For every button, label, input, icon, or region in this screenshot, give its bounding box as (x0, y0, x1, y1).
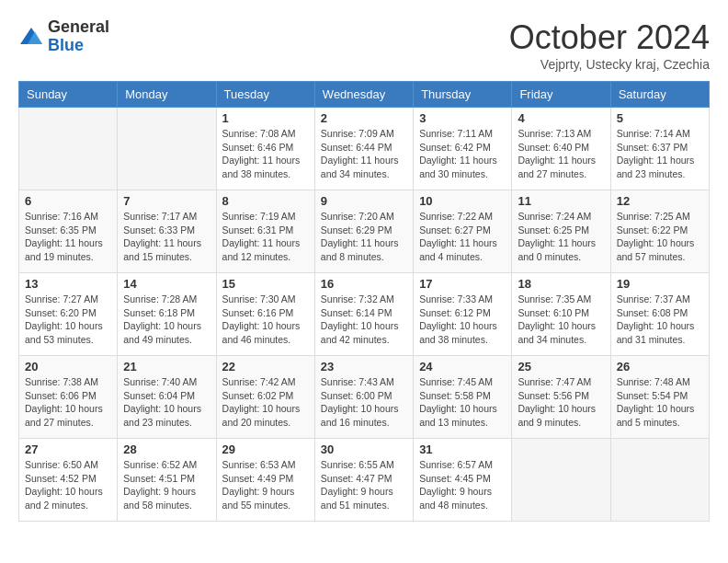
calendar-cell: 22Sunrise: 7:42 AMSunset: 6:02 PMDayligh… (216, 356, 314, 439)
calendar-cell: 16Sunrise: 7:32 AMSunset: 6:14 PMDayligh… (314, 273, 413, 356)
calendar-cell: 2Sunrise: 7:09 AMSunset: 6:44 PMDaylight… (314, 108, 413, 190)
calendar-cell (118, 108, 216, 190)
month-title: October 2024 (509, 18, 710, 57)
calendar-cell: 25Sunrise: 7:47 AMSunset: 5:56 PMDayligh… (512, 356, 610, 439)
day-number: 26 (617, 360, 703, 373)
day-info: Sunrise: 7:22 AMSunset: 6:27 PMDaylight:… (419, 210, 506, 264)
calendar-cell: 4Sunrise: 7:13 AMSunset: 6:40 PMDaylight… (512, 108, 610, 190)
day-number: 9 (321, 194, 407, 208)
calendar-cell: 24Sunrise: 7:45 AMSunset: 5:58 PMDayligh… (414, 356, 512, 439)
calendar-header: SundayMondayTuesdayWednesdayThursdayFrid… (19, 82, 710, 108)
calendar-cell: 27Sunrise: 6:50 AMSunset: 4:52 PMDayligh… (19, 439, 118, 522)
day-info: Sunrise: 7:20 AMSunset: 6:29 PMDaylight:… (321, 210, 407, 264)
day-number: 1 (222, 111, 309, 125)
calendar-table: SundayMondayTuesdayWednesdayThursdayFrid… (18, 81, 710, 522)
day-info: Sunrise: 6:52 AMSunset: 4:51 PMDaylight:… (123, 458, 210, 512)
day-info: Sunrise: 7:45 AMSunset: 5:58 PMDaylight:… (419, 375, 506, 430)
day-info: Sunrise: 6:57 AMSunset: 4:45 PMDaylight:… (419, 458, 506, 512)
calendar-cell: 29Sunrise: 6:53 AMSunset: 4:49 PMDayligh… (216, 439, 314, 522)
calendar-cell: 10Sunrise: 7:22 AMSunset: 6:27 PMDayligh… (414, 190, 512, 273)
weekday-header-sunday: Sunday (19, 82, 118, 108)
calendar-cell: 26Sunrise: 7:48 AMSunset: 5:54 PMDayligh… (610, 356, 709, 439)
calendar-cell: 31Sunrise: 6:57 AMSunset: 4:45 PMDayligh… (414, 439, 512, 522)
calendar-cell: 18Sunrise: 7:35 AMSunset: 6:10 PMDayligh… (512, 273, 610, 356)
day-info: Sunrise: 7:35 AMSunset: 6:10 PMDaylight:… (518, 293, 604, 347)
day-info: Sunrise: 7:42 AMSunset: 6:02 PMDaylight:… (222, 375, 309, 430)
calendar-cell: 21Sunrise: 7:40 AMSunset: 6:04 PMDayligh… (118, 356, 216, 439)
day-info: Sunrise: 7:40 AMSunset: 6:04 PMDaylight:… (123, 375, 210, 430)
day-info: Sunrise: 7:48 AMSunset: 5:54 PMDaylight:… (617, 375, 703, 430)
weekday-header-saturday: Saturday (610, 82, 709, 108)
day-info: Sunrise: 7:14 AMSunset: 6:37 PMDaylight:… (617, 127, 703, 181)
weekday-header-tuesday: Tuesday (216, 82, 314, 108)
day-info: Sunrise: 7:09 AMSunset: 6:44 PMDaylight:… (321, 127, 407, 181)
day-info: Sunrise: 7:27 AMSunset: 6:20 PMDaylight:… (25, 293, 111, 347)
day-number: 3 (419, 111, 506, 125)
day-number: 31 (419, 442, 506, 456)
calendar-cell: 7Sunrise: 7:17 AMSunset: 6:33 PMDaylight… (118, 190, 216, 273)
calendar-cell: 20Sunrise: 7:38 AMSunset: 6:06 PMDayligh… (19, 356, 118, 439)
day-number: 8 (222, 194, 309, 208)
calendar-week-row: 13Sunrise: 7:27 AMSunset: 6:20 PMDayligh… (19, 273, 710, 356)
weekday-header-wednesday: Wednesday (314, 82, 413, 108)
logo-general-text: General (48, 18, 109, 37)
day-number: 15 (222, 277, 309, 291)
day-number: 30 (321, 442, 407, 456)
calendar-body: 1Sunrise: 7:08 AMSunset: 6:46 PMDaylight… (19, 108, 710, 522)
weekday-header-friday: Friday (512, 82, 610, 108)
calendar-cell: 3Sunrise: 7:11 AMSunset: 6:42 PMDaylight… (414, 108, 512, 190)
calendar-cell: 9Sunrise: 7:20 AMSunset: 6:29 PMDaylight… (314, 190, 413, 273)
day-info: Sunrise: 7:17 AMSunset: 6:33 PMDaylight:… (123, 210, 210, 264)
day-info: Sunrise: 7:43 AMSunset: 6:00 PMDaylight:… (321, 375, 407, 430)
day-info: Sunrise: 7:19 AMSunset: 6:31 PMDaylight:… (222, 210, 309, 264)
calendar-cell: 11Sunrise: 7:24 AMSunset: 6:25 PMDayligh… (512, 190, 610, 273)
calendar-cell: 14Sunrise: 7:28 AMSunset: 6:18 PMDayligh… (118, 273, 216, 356)
day-info: Sunrise: 7:30 AMSunset: 6:16 PMDaylight:… (222, 293, 309, 347)
day-number: 20 (25, 360, 111, 373)
day-info: Sunrise: 7:28 AMSunset: 6:18 PMDaylight:… (123, 293, 210, 347)
day-number: 16 (321, 277, 407, 291)
calendar-cell (19, 108, 118, 190)
day-info: Sunrise: 7:38 AMSunset: 6:06 PMDaylight:… (25, 375, 111, 430)
day-info: Sunrise: 7:24 AMSunset: 6:25 PMDaylight:… (518, 210, 604, 264)
calendar-week-row: 1Sunrise: 7:08 AMSunset: 6:46 PMDaylight… (19, 108, 710, 190)
calendar-cell (512, 439, 610, 522)
day-number: 14 (123, 277, 210, 291)
calendar-cell: 17Sunrise: 7:33 AMSunset: 6:12 PMDayligh… (414, 273, 512, 356)
logo-blue-text: Blue (48, 37, 109, 55)
calendar-cell: 5Sunrise: 7:14 AMSunset: 6:37 PMDaylight… (610, 108, 709, 190)
header: General Blue October 2024 Vejprty, Ustec… (18, 18, 710, 72)
calendar-cell: 19Sunrise: 7:37 AMSunset: 6:08 PMDayligh… (610, 273, 709, 356)
logo: General Blue (18, 18, 109, 55)
day-number: 10 (419, 194, 506, 208)
day-number: 13 (25, 277, 111, 291)
day-number: 29 (222, 442, 309, 456)
day-info: Sunrise: 6:50 AMSunset: 4:52 PMDaylight:… (25, 458, 111, 512)
calendar-cell: 8Sunrise: 7:19 AMSunset: 6:31 PMDaylight… (216, 190, 314, 273)
calendar-cell: 30Sunrise: 6:55 AMSunset: 4:47 PMDayligh… (314, 439, 413, 522)
day-info: Sunrise: 7:33 AMSunset: 6:12 PMDaylight:… (419, 293, 506, 347)
day-number: 6 (25, 194, 111, 208)
calendar-cell: 12Sunrise: 7:25 AMSunset: 6:22 PMDayligh… (610, 190, 709, 273)
calendar-cell: 23Sunrise: 7:43 AMSunset: 6:00 PMDayligh… (314, 356, 413, 439)
day-number: 28 (123, 442, 210, 456)
calendar-cell: 28Sunrise: 6:52 AMSunset: 4:51 PMDayligh… (118, 439, 216, 522)
logo-text: General Blue (48, 18, 109, 55)
day-info: Sunrise: 6:55 AMSunset: 4:47 PMDaylight:… (321, 458, 407, 512)
day-number: 12 (617, 194, 703, 208)
logo-icon (18, 24, 44, 50)
day-info: Sunrise: 7:13 AMSunset: 6:40 PMDaylight:… (518, 127, 604, 181)
calendar-week-row: 6Sunrise: 7:16 AMSunset: 6:35 PMDaylight… (19, 190, 710, 273)
day-number: 21 (123, 360, 210, 373)
day-info: Sunrise: 7:32 AMSunset: 6:14 PMDaylight:… (321, 293, 407, 347)
calendar-week-row: 27Sunrise: 6:50 AMSunset: 4:52 PMDayligh… (19, 439, 710, 522)
day-info: Sunrise: 7:08 AMSunset: 6:46 PMDaylight:… (222, 127, 309, 181)
weekday-header-thursday: Thursday (414, 82, 512, 108)
day-number: 24 (419, 360, 506, 373)
day-number: 7 (123, 194, 210, 208)
page: General Blue October 2024 Vejprty, Ustec… (0, 0, 728, 531)
day-number: 11 (518, 194, 604, 208)
day-number: 22 (222, 360, 309, 373)
day-number: 27 (25, 442, 111, 456)
day-info: Sunrise: 7:16 AMSunset: 6:35 PMDaylight:… (25, 210, 111, 264)
